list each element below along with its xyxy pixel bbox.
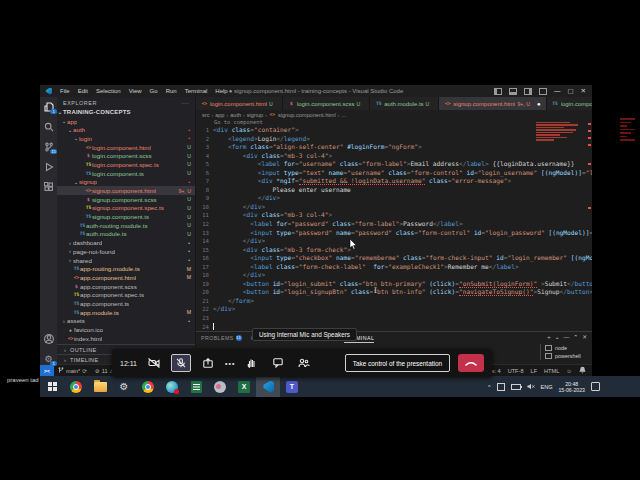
crumb-auth[interactable]: auth bbox=[230, 112, 241, 118]
close-panel-icon[interactable]: ✕ bbox=[582, 334, 587, 340]
explorer-item-signup.component.html[interactable]: <>signup.component.html9+, U bbox=[57, 186, 195, 195]
battery-icon[interactable] bbox=[511, 384, 521, 390]
taskbar-settings-icon[interactable]: ⚙ bbox=[112, 376, 136, 397]
explorer-item-login[interactable]: ⌄login• bbox=[57, 134, 195, 143]
explorer-root[interactable]: ⌄TRAINING-CONCEPTS bbox=[57, 108, 195, 117]
taskbar-teams-icon[interactable]: T bbox=[280, 376, 304, 397]
toggle-secondary-sidebar-icon[interactable] bbox=[524, 88, 532, 95]
explorer-item-auth.module.ts[interactable]: TSauth.module.tsU bbox=[57, 230, 195, 239]
share-screen-button[interactable] bbox=[199, 355, 217, 371]
volume-muted-icon[interactable] bbox=[527, 383, 535, 391]
menu-file[interactable]: File bbox=[56, 88, 74, 94]
menu-help[interactable]: Help bbox=[211, 88, 231, 94]
camera-off-button[interactable] bbox=[145, 355, 163, 371]
explorer-item-signup.component.ts[interactable]: TSsignup.component.tsU bbox=[57, 212, 195, 221]
taskbar-excel-icon[interactable]: X bbox=[232, 376, 256, 397]
crumb-app[interactable]: app bbox=[215, 112, 224, 118]
account-icon[interactable] bbox=[43, 333, 54, 344]
menu-edit[interactable]: Edit bbox=[74, 88, 92, 94]
code-editor[interactable]: Go to component 1<div class="container">… bbox=[196, 119, 592, 331]
explorer-item-assets[interactable]: ›assets• bbox=[57, 317, 195, 326]
tab-login.component.scss[interactable]: $login.component.scssU bbox=[283, 97, 370, 110]
explorer-item-app-routing.module.ts[interactable]: TSapp-routing.module.tsM bbox=[57, 264, 195, 273]
tray-app-icon[interactable] bbox=[497, 383, 505, 391]
search-icon[interactable] bbox=[43, 121, 54, 132]
language-indicator[interactable]: ENG bbox=[541, 384, 553, 390]
explorer-item-app.module.ts[interactable]: TSapp.module.tsM bbox=[57, 308, 195, 317]
explorer-item-signup.component.spec.ts[interactable]: TSsignup.component.spec.tsU bbox=[57, 204, 195, 213]
taskbar-edge-notifications-icon[interactable] bbox=[160, 376, 184, 397]
terminal-entry-node[interactable]: node bbox=[541, 344, 591, 352]
taskbar-chrome-2-icon[interactable] bbox=[136, 376, 160, 397]
settings-icon[interactable]: ⚙1 bbox=[43, 353, 54, 364]
crumb-signup.component.html[interactable]: signup.component.html bbox=[278, 112, 336, 118]
menu-terminal[interactable]: Terminal bbox=[181, 88, 212, 94]
explorer-item-signup[interactable]: ⌄signup• bbox=[57, 178, 195, 187]
explorer-item-login.component.spec.ts[interactable]: TSlogin.component.spec.tsU bbox=[57, 160, 195, 169]
explorer-item-page-not-found[interactable]: ›page-not-found• bbox=[57, 247, 195, 256]
tab-login.component.html[interactable]: <>login.component.htmlU bbox=[196, 97, 283, 110]
minimap[interactable] bbox=[536, 122, 582, 142]
git-branch[interactable]: main* ⟳ bbox=[54, 367, 91, 374]
toggle-sidebar-icon[interactable] bbox=[494, 88, 502, 95]
panel-tab-problems[interactable]: PROBLEMS11 bbox=[201, 332, 242, 343]
terminal-entry-powershell[interactable]: powershell bbox=[541, 352, 591, 360]
tab-auth.module.ts[interactable]: TSauth.module.tsU bbox=[370, 97, 439, 110]
hang-up-button[interactable] bbox=[458, 354, 484, 372]
more-options-button[interactable]: ••• bbox=[225, 360, 235, 367]
chat-button[interactable] bbox=[269, 355, 287, 371]
take-control-button[interactable]: Take control of the presentation bbox=[345, 354, 450, 372]
crumb-signup[interactable]: signup bbox=[247, 112, 263, 118]
explorer-item-index.html[interactable]: <>index.html bbox=[57, 334, 195, 343]
toggle-panel-icon[interactable] bbox=[509, 88, 517, 95]
breadcrumb[interactable]: src›app›auth›signup›<>signup.component.h… bbox=[196, 110, 592, 119]
customize-layout-icon[interactable] bbox=[539, 88, 547, 95]
tab-login.component.t[interactable]: TSlogin.component.t bbox=[547, 97, 592, 110]
menu-run[interactable]: Run bbox=[162, 88, 181, 94]
remote-indicator[interactable]: >< bbox=[40, 365, 54, 376]
taskbar-vscode-icon[interactable] bbox=[256, 376, 280, 397]
explorer-item-auth-routing.module.ts[interactable]: TSauth-routing.module.tsU bbox=[57, 221, 195, 230]
tray-expand-icon[interactable]: ^ bbox=[488, 384, 491, 390]
minimize-button[interactable]: — bbox=[554, 88, 561, 94]
taskbar-paint-icon[interactable] bbox=[208, 376, 232, 397]
explorer-item-app.component.scss[interactable]: $app.component.scss bbox=[57, 282, 195, 291]
new-terminal-icon[interactable]: + bbox=[547, 334, 550, 340]
explorer-item-signup.component.scss[interactable]: $signup.component.scssU bbox=[57, 195, 195, 204]
explorer-item-dashboard[interactable]: ›dashboard• bbox=[57, 238, 195, 247]
crumb-...[interactable]: ... bbox=[341, 112, 346, 118]
run-debug-icon[interactable] bbox=[43, 161, 54, 172]
explorer-item-auth[interactable]: ⌄auth• bbox=[57, 125, 195, 134]
explorer-more-actions-icon[interactable]: ··· bbox=[182, 100, 189, 106]
participants-button[interactable] bbox=[295, 355, 313, 371]
explorer-item-login.component.scss[interactable]: $login.component.scssU bbox=[57, 151, 195, 160]
mic-off-button[interactable] bbox=[171, 354, 191, 372]
status-html[interactable]: HTML bbox=[544, 368, 559, 374]
maximize-button[interactable]: ▢ bbox=[567, 88, 573, 94]
explorer-icon[interactable]: 1 bbox=[43, 101, 54, 112]
source-control-icon[interactable]: 15 bbox=[43, 141, 54, 152]
terminal-dropdown-icon[interactable]: ⌄ bbox=[555, 334, 560, 340]
taskbar-green-doc-icon[interactable] bbox=[184, 376, 208, 397]
split-terminal-icon[interactable]: — bbox=[563, 334, 569, 340]
crumb-src[interactable]: src bbox=[202, 112, 209, 118]
explorer-item-login.component.ts[interactable]: TSlogin.component.tsU bbox=[57, 169, 195, 178]
extensions-icon[interactable] bbox=[43, 181, 54, 192]
codelens-link[interactable]: Go to component bbox=[196, 119, 592, 126]
close-button[interactable]: ✕ bbox=[581, 88, 586, 94]
explorer-item-app.component.ts[interactable]: TSapp.component.ts bbox=[57, 299, 195, 308]
maximize-panel-icon[interactable]: ⌃ bbox=[573, 334, 578, 340]
menu-view[interactable]: View bbox=[125, 88, 146, 94]
menu-selection[interactable]: Selection bbox=[92, 88, 125, 94]
explorer-item-app.component.spec.ts[interactable]: TSapp.component.spec.ts bbox=[57, 290, 195, 299]
action-center-icon[interactable] bbox=[591, 382, 600, 391]
explorer-item-shared[interactable]: ›shared• bbox=[57, 256, 195, 265]
feedback-smiley-icon[interactable]: ☺ bbox=[566, 368, 572, 374]
raise-hand-button[interactable] bbox=[243, 355, 261, 371]
status-lf[interactable]: LF bbox=[531, 368, 538, 374]
taskbar-clock[interactable]: 20:4815-06-2023 bbox=[558, 381, 585, 393]
explorer-item-app.component.html[interactable]: <>app.component.htmlM bbox=[57, 273, 195, 282]
taskbar-file-explorer-icon[interactable] bbox=[88, 376, 112, 397]
notifications-bell-icon[interactable] bbox=[579, 366, 586, 375]
taskbar-chrome-icon[interactable] bbox=[64, 376, 88, 397]
